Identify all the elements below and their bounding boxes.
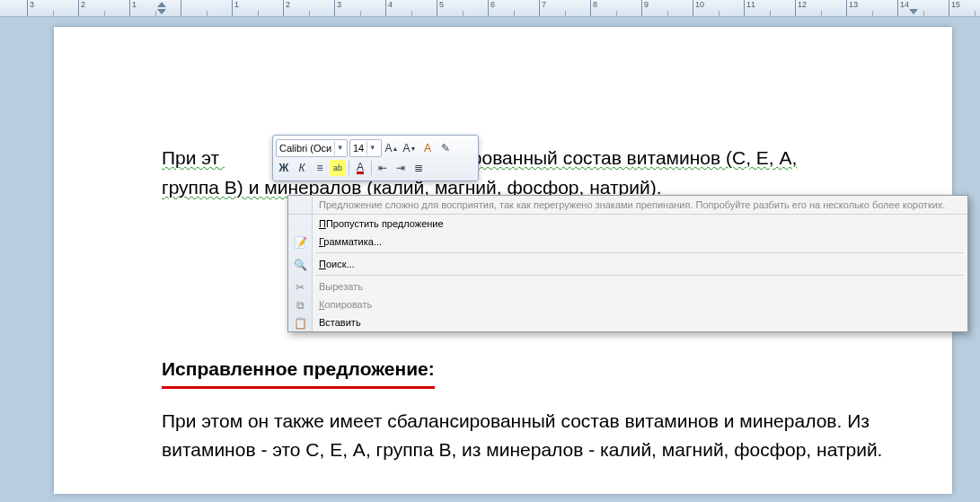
- ruler-tick: 5: [437, 0, 488, 16]
- bold-button[interactable]: Ж: [276, 160, 292, 176]
- ruler-tick: 12: [795, 0, 846, 16]
- ruler-tick: 3: [334, 0, 385, 16]
- ruler-tick: 13: [846, 0, 897, 16]
- grammar-context-menu: Предложение сложно для восприятия, так к…: [287, 195, 968, 332]
- grammar-icon: 📝: [293, 235, 307, 250]
- ruler-tick-label: 2: [286, 0, 290, 9]
- font-size-value: 14: [350, 143, 366, 154]
- font-name-value: Calibri (Оси: [277, 143, 334, 154]
- cut-item: ✂ Вырезать: [288, 277, 967, 295]
- menu-divider: [315, 275, 964, 276]
- ruler-tick: 7: [539, 0, 590, 16]
- ruler-tick: 3: [27, 0, 78, 16]
- ruler-tick: 4: [385, 0, 437, 16]
- ruler-tick-label: 3: [337, 0, 341, 9]
- ruler-tick: 1: [129, 0, 181, 16]
- ruler-tick-label: 9: [644, 0, 649, 9]
- ruler-tick-label: 5: [439, 0, 444, 9]
- ruler-tick-label: 2: [81, 0, 85, 9]
- search-icon: 🔍: [293, 258, 307, 272]
- increase-indent-icon: ⇥: [396, 162, 405, 174]
- ruler-tick: 11: [744, 0, 795, 16]
- font-color-button[interactable]: A: [352, 160, 368, 176]
- skip-sentence-item[interactable]: ППропустить предложение: [288, 215, 967, 233]
- paragraph-corrected[interactable]: При этом он также имеет сбалансированный…: [162, 407, 907, 465]
- corrected-heading: Исправленное предложение:: [162, 355, 435, 389]
- ruler-tick: 8: [590, 0, 641, 16]
- clipboard-icon: 📋: [293, 316, 307, 330]
- mini-toolbar: Calibri (Оси ▼ 14 ▼ A▲ A▼ A ✎ Ж К ≡ ab A…: [272, 135, 479, 181]
- copy-item: ⧉ Копировать: [288, 295, 967, 313]
- ruler-tick: 1: [232, 0, 283, 16]
- ruler-tick-label: 1: [234, 0, 239, 9]
- ruler-tick-label: 10: [695, 0, 704, 9]
- ruler-tick-label: 4: [388, 0, 393, 9]
- ruler-tick: 6: [488, 0, 539, 16]
- ruler-tick-label: 13: [849, 0, 858, 9]
- chevron-down-icon[interactable]: ▼: [366, 141, 377, 155]
- separator: [349, 161, 349, 175]
- ruler-tick-label: 11: [746, 0, 755, 9]
- decrease-indent-icon: ⇤: [378, 162, 387, 174]
- highlight-button[interactable]: ab: [330, 160, 346, 176]
- grow-font-button[interactable]: A▲: [384, 140, 400, 156]
- ruler-tick-label: 3: [30, 0, 34, 9]
- shrink-font-button[interactable]: A▼: [402, 140, 418, 156]
- scissors-icon: ✂: [293, 280, 307, 295]
- separator: [371, 161, 372, 175]
- ruler-tick-label: 12: [798, 0, 807, 9]
- ruler-tick-label: 15: [951, 0, 960, 9]
- ruler-tick-label: 7: [542, 0, 546, 9]
- ruler-tick-label: 14: [900, 0, 909, 9]
- ruler-tick: 9: [641, 0, 693, 16]
- horizontal-ruler[interactable]: 3211234567891011121314151617: [0, 0, 980, 17]
- ruler-tick-label: 1: [132, 0, 137, 9]
- copy-icon: ⧉: [293, 298, 307, 313]
- font-size-combo[interactable]: 14 ▼: [349, 139, 382, 157]
- italic-button[interactable]: К: [294, 160, 310, 176]
- ruler-tick: 10: [693, 0, 744, 16]
- brush-icon: ✎: [441, 142, 450, 154]
- font-name-combo[interactable]: Calibri (Оси ▼: [276, 139, 348, 157]
- paragraph-original-a: При эт: [162, 147, 219, 168]
- grammar-dialog-item[interactable]: 📝 Грамматика...: [288, 233, 967, 251]
- ruler-tick: [181, 0, 232, 16]
- lookup-item[interactable]: 🔍 Поиск...: [288, 255, 967, 273]
- ruler-tick: 15: [949, 0, 980, 16]
- list-icon: ≣: [414, 162, 423, 174]
- grammar-suggestion-text: Предложение сложно для восприятия, так к…: [288, 196, 967, 215]
- format-painter-button[interactable]: ✎: [437, 140, 454, 156]
- increase-indent-button[interactable]: ⇥: [393, 160, 409, 176]
- paste-item[interactable]: 📋 Вставить: [288, 313, 967, 331]
- bullets-button[interactable]: ≣: [411, 160, 427, 176]
- ruler-tick: 14: [897, 0, 949, 16]
- ruler-tick: 2: [78, 0, 129, 16]
- menu-divider: [315, 252, 964, 253]
- styles-button[interactable]: A: [419, 140, 436, 156]
- ruler-tick-label: 6: [490, 0, 495, 9]
- chevron-down-icon[interactable]: ▼: [334, 141, 345, 155]
- ruler-tick: 2: [283, 0, 334, 16]
- ruler-tick-label: 8: [593, 0, 597, 9]
- decrease-indent-button[interactable]: ⇤: [375, 160, 391, 176]
- center-align-button[interactable]: ≡: [312, 160, 328, 176]
